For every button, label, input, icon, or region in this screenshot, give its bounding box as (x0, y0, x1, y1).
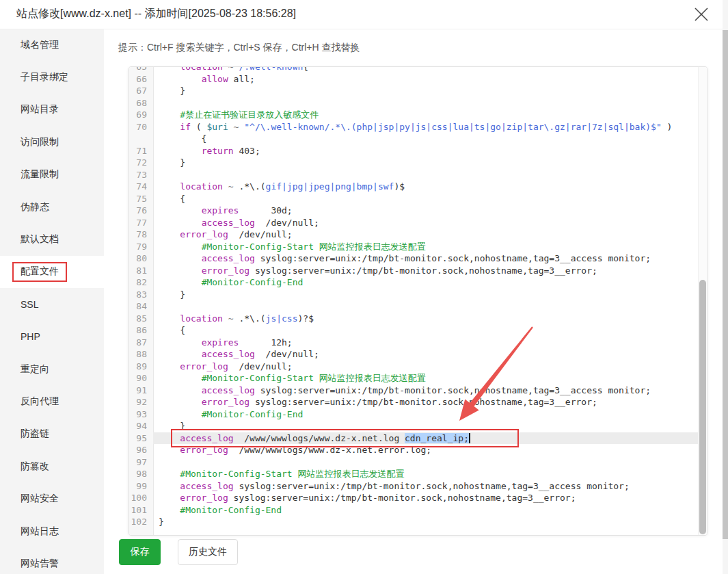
code-line-text[interactable]: location ~ /.well-known{ (153, 66, 699, 73)
line-number: 98 (129, 468, 153, 480)
sidebar-item-access-limit[interactable]: 访问限制 (0, 126, 104, 158)
code-line-text[interactable]: access_log /dev/null; (153, 348, 699, 361)
sidebar-item-site-security[interactable]: 网站安全 (0, 482, 104, 514)
line-number: 100 (129, 492, 153, 504)
code-row: 98 #Monitor-Config-Start 网站监控报表日志发送配置 (129, 468, 699, 480)
line-number: 94 (129, 420, 153, 432)
line-number: 69 (129, 109, 153, 121)
sidebar-item-ssl[interactable]: SSL (0, 288, 104, 320)
code-row: 79 #Monitor-Config-Start 网站监控报表日志发送配置 (129, 241, 699, 253)
line-number: 80 (129, 252, 153, 265)
sidebar-item-domain-manage[interactable]: 域名管理 (0, 29, 104, 61)
code-line-text[interactable] (153, 300, 699, 313)
history-file-button[interactable]: 历史文件 (178, 539, 238, 565)
code-row: 101 #Monitor-Config-End (129, 504, 699, 517)
code-line-text[interactable]: error_log /dev/null; (153, 229, 699, 241)
editor-scrollbar-thumb[interactable] (699, 280, 706, 534)
sidebar-item-traffic-limit[interactable]: 流量限制 (0, 159, 104, 191)
code-line-text[interactable] (153, 97, 699, 109)
code-line-text[interactable] (153, 456, 699, 469)
code-line-text[interactable]: allow all; (153, 73, 699, 86)
sidebar-item-redirect[interactable]: 重定向 (0, 353, 104, 385)
save-button[interactable]: 保存 (119, 539, 161, 565)
code-line-text[interactable]: } (153, 516, 699, 528)
line-number: 77 (129, 217, 153, 229)
line-number: 88 (129, 348, 153, 361)
line-number: 76 (129, 205, 153, 217)
code-row: { (129, 133, 699, 145)
code-line-text[interactable]: error_log syslog:server=unix:/tmp/bt-mon… (153, 396, 699, 408)
code-line-text[interactable]: if ( $uri ~ "^/\.well-known/.*\.(php|jsp… (153, 121, 699, 133)
code-line-text[interactable]: #Monitor-Config-Start 网站监控报表日志发送配置 (153, 468, 699, 480)
code-row: 85 location ~ .*\.(js|css)?$ (129, 313, 699, 325)
line-number: 83 (129, 289, 153, 301)
code-row: 81 error_log syslog:server=unix:/tmp/bt-… (129, 265, 699, 277)
code-row: 69 #禁止在证书验证目录放入敏感文件 (129, 109, 699, 121)
line-number: 73 (129, 169, 153, 181)
hint-text: 提示：Ctrl+F 搜索关键字，Ctrl+S 保存，Ctrl+H 查找替换 (118, 42, 360, 54)
code-line-text[interactable]: access_log syslog:server=unix:/tmp/bt-mo… (153, 252, 699, 265)
code-line-text[interactable]: error_log syslog:server=unix:/tmp/bt-mon… (153, 265, 699, 277)
sidebar-item-label: 网站告警 (21, 558, 59, 570)
sidebar-item-default-doc[interactable]: 默认文档 (0, 223, 104, 255)
code-row: 75 { (129, 193, 699, 205)
sidebar-item-label: 访问限制 (21, 136, 59, 148)
code-line-text[interactable]: #Monitor-Config-Start 网站监控报表日志发送配置 (153, 372, 699, 384)
page-scrollbar-thumb[interactable] (723, 30, 728, 539)
sidebar-item-label: 默认文档 (21, 233, 59, 246)
line-number: 68 (129, 97, 153, 109)
code-line-text[interactable]: } (153, 289, 699, 301)
sidebar-item-reverse-proxy[interactable]: 反向代理 (0, 385, 104, 417)
page-scrollbar (723, 0, 728, 574)
code-line-text[interactable]: return 403; (153, 145, 699, 157)
sidebar-item-rewrite[interactable]: 伪静态 (0, 191, 104, 223)
sidebar-item-label: 反向代理 (21, 395, 59, 408)
code-line-text[interactable]: { (153, 324, 699, 337)
code-line-text[interactable]: } (153, 157, 699, 169)
code-area[interactable]: 65 location ~ /.well-known{66 allow all;… (129, 66, 699, 528)
line-number: 99 (129, 480, 153, 493)
line-number: 87 (129, 337, 153, 349)
code-line-text[interactable]: access_log syslog:server=unix:/tmp/bt-mo… (153, 384, 699, 397)
code-row: 65 location ~ /.well-known{ (129, 66, 699, 73)
code-line-text[interactable]: } (153, 85, 699, 97)
code-row: 73 (129, 169, 699, 181)
line-number: 74 (129, 181, 153, 193)
sidebar-item-config-file[interactable]: 配置文件 (0, 256, 104, 288)
line-number: 101 (129, 504, 153, 517)
code-line-text[interactable]: #禁止在证书验证目录放入敏感文件 (153, 109, 699, 121)
code-row: 78 error_log /dev/null; (129, 229, 699, 241)
sidebar-item-tamper-proof[interactable]: 防篡改 (0, 450, 104, 482)
code-line-text[interactable]: { (153, 193, 699, 205)
sidebar-item-label: 重定向 (21, 363, 49, 376)
code-line-text[interactable]: location ~ .*\.(js|css)?$ (153, 313, 699, 325)
config-editor[interactable]: 65 location ~ /.well-known{66 allow all;… (128, 66, 708, 536)
sidebar-item-label: 伪静态 (21, 201, 49, 213)
sidebar-item-hotlink-protect[interactable]: 防盗链 (0, 418, 104, 450)
code-line-text[interactable]: location ~ .*\.(gif|jpg|jpeg|png|bmp|swf… (153, 181, 699, 193)
code-row: 99 access_log syslog:server=unix:/tmp/bt… (129, 480, 699, 493)
code-line-text[interactable]: #Monitor-Config-End (153, 504, 699, 517)
code-line-text[interactable]: error_log /dev/null; (153, 361, 699, 373)
sidebar-item-site-log[interactable]: 网站日志 (0, 515, 104, 547)
sidebar-item-site-dir[interactable]: 网站目录 (0, 94, 104, 126)
sidebar-item-php[interactable]: PHP (0, 321, 104, 353)
code-line-text[interactable]: #Monitor-Config-End (153, 408, 699, 421)
line-number: 65 (129, 66, 153, 73)
code-line-text[interactable] (153, 169, 699, 181)
line-number: 91 (129, 384, 153, 397)
code-line-text[interactable]: error_log syslog:server=unix:/tmp/bt-mon… (153, 492, 699, 504)
sidebar-item-site-alarm[interactable]: 网站告警 (0, 547, 104, 574)
code-line-text[interactable]: { (153, 133, 699, 145)
code-line-text[interactable]: #Monitor-Config-End (153, 276, 699, 289)
code-line-text[interactable]: #Monitor-Config-Start 网站监控报表日志发送配置 (153, 241, 699, 253)
line-number: 67 (129, 85, 153, 97)
code-row: 70 if ( $uri ~ "^/\.well-known/.*\.(php|… (129, 121, 699, 133)
code-line-text[interactable]: access_log syslog:server=unix:/tmp/bt-mo… (153, 480, 699, 493)
code-line-text[interactable]: access_log /dev/null; (153, 217, 699, 229)
code-line-text[interactable]: expires 12h; (153, 337, 699, 349)
sidebar-item-subdir-bind[interactable]: 子目录绑定 (0, 61, 104, 93)
line-number: 92 (129, 396, 153, 408)
close-icon[interactable] (692, 5, 710, 23)
code-line-text[interactable]: expires 30d; (153, 205, 699, 217)
